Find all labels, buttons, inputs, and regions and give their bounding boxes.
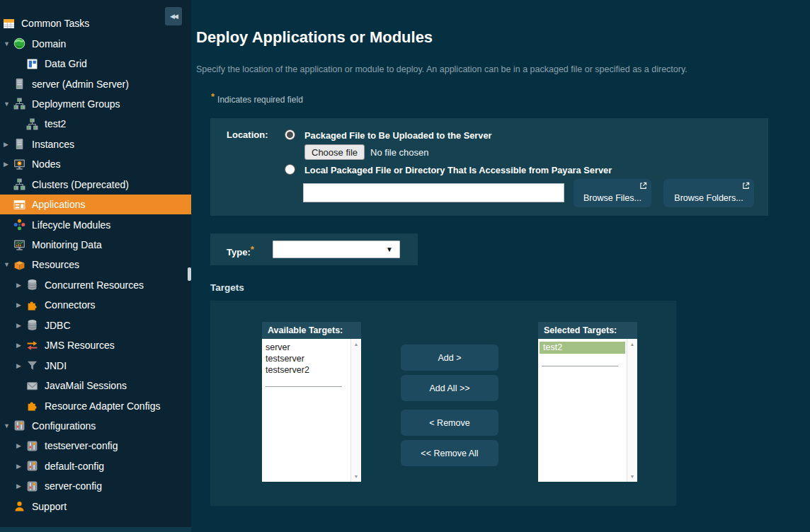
sidebar-item-resource-adapter-configs[interactable]: Resource Adapter Configs [0, 395, 191, 415]
sidebar-item-lifecycle-modules[interactable]: Lifecycle Modules [0, 214, 191, 234]
list-scrollbar[interactable]: ▲ ▼ [627, 339, 637, 482]
radio-label-local: Local Packaged File or Directory That Is… [304, 165, 612, 175]
sidebar-item-nodes[interactable]: ▶ Nodes [0, 154, 191, 174]
sidebar-item-jms-resources[interactable]: ▶ JMS Resources [0, 335, 191, 355]
cluster-icon [13, 178, 25, 190]
add-button[interactable]: Add > [401, 345, 498, 371]
radio-label-upload: Packaged File to Be Uploaded to the Serv… [304, 130, 492, 141]
chevron-collapsed-icon[interactable]: ▶ [16, 442, 26, 449]
sidebar-item-instances[interactable]: ▶ Instances [0, 134, 191, 154]
chevron-collapsed-icon[interactable]: ▶ [16, 282, 26, 289]
sidebar-item-label: test2 [45, 118, 66, 129]
required-asterisk: * [211, 91, 215, 102]
sidebar-item-monitoring-data[interactable]: Monitoring Data [0, 235, 191, 255]
chevron-collapsed-icon[interactable]: ▶ [16, 322, 26, 329]
type-label: Type:* [227, 244, 257, 258]
monitoring-icon [13, 239, 25, 251]
sidebar-item-domain[interactable]: ▼ Domain [0, 33, 191, 53]
sidebar-tree: ◀◀ Common Tasks ▼ Domain Data Grid serve… [0, 0, 191, 532]
chevron-collapsed-icon[interactable]: ▶ [16, 301, 26, 308]
page-title: Deploy Applications or Modules [196, 28, 433, 47]
add-all-button[interactable]: Add All >> [401, 375, 498, 401]
sidebar-item-test2[interactable]: test2 [0, 114, 191, 134]
chevron-expanded-icon[interactable]: ▼ [3, 422, 13, 429]
remove-button[interactable]: < Remove [401, 410, 498, 436]
sidebar-item-label: Configurations [32, 420, 96, 432]
jms-arrows-icon [26, 340, 38, 352]
selected-targets-list[interactable]: test2 ▲ ▼ [538, 339, 637, 482]
chevron-expanded-icon[interactable]: ▼ [3, 40, 13, 47]
scroll-down-icon[interactable]: ▼ [630, 474, 635, 479]
chevron-down-icon: ▼ [386, 245, 393, 253]
sidebar-item-common-tasks[interactable]: Common Tasks [0, 13, 191, 33]
sidebar-item-label: Applications [32, 199, 86, 210]
lifecycle-icon [13, 219, 25, 231]
chevron-collapsed-icon[interactable]: ▶ [16, 362, 26, 369]
chevron-collapsed-icon[interactable]: ▶ [16, 342, 26, 349]
main-content: Deploy Applications or Modules Specify t… [191, 0, 810, 532]
sidebar-item-label: Deployment Groups [32, 98, 120, 110]
browse-folders-button[interactable]: Browse Folders... [663, 179, 754, 207]
sidebar-item-label: Monitoring Data [32, 239, 102, 250]
sidebar-item-jdbc[interactable]: ▶ JDBC [0, 316, 191, 335]
scroll-up-icon[interactable]: ▲ [354, 342, 359, 347]
sidebar-collapse-button[interactable]: ◀◀ [165, 7, 182, 25]
list-item-selected[interactable]: test2 [540, 342, 625, 354]
list-item[interactable]: testserver2 [262, 364, 350, 376]
envelope-icon [26, 380, 38, 392]
scroll-up-icon[interactable]: ▲ [630, 342, 635, 347]
sidebar-item-label: Connectors [45, 299, 96, 311]
chevron-collapsed-icon[interactable]: ▶ [16, 463, 26, 470]
radio-local-packaged-file[interactable] [285, 164, 295, 175]
chevron-expanded-icon[interactable]: ▼ [3, 261, 13, 268]
sidebar-item-server-admin[interactable]: server (Admin Server) [0, 74, 191, 93]
sidebar-item-clusters-deprecated[interactable]: Clusters (Deprecated) [0, 175, 191, 195]
cluster-icon [26, 118, 38, 130]
chevron-collapsed-icon[interactable]: ▶ [16, 482, 26, 490]
radio-packaged-file-upload[interactable] [285, 129, 295, 140]
sidebar-item-default-config[interactable]: ▶ default-config [0, 456, 191, 476]
browse-files-button[interactable]: Browse Files... [574, 179, 651, 207]
config-sliders-icon [26, 480, 38, 492]
sidebar-item-javamail-sessions[interactable]: JavaMail Sessions [0, 376, 191, 395]
local-path-input[interactable] [303, 183, 564, 202]
sidebar-item-label: Support [32, 501, 67, 512]
available-targets-list[interactable]: server testserver testserver2 ▲ ▼ [262, 339, 361, 482]
sidebar-item-concurrent-resources[interactable]: ▶ Concurrent Resources [0, 275, 191, 295]
sidebar-item-deployment-groups[interactable]: ▼ Deployment Groups [0, 94, 191, 114]
config-sliders-icon [26, 460, 38, 472]
sidebar-item-configurations[interactable]: ▼ Configurations [0, 416, 191, 436]
selected-targets-label: Selected Targets: [538, 322, 637, 339]
list-item[interactable]: testserver [262, 353, 350, 364]
sidebar-item-applications[interactable]: Applications [0, 195, 191, 214]
type-panel: Type:* ▼ [210, 233, 418, 265]
sidebar-item-label: Clusters (Deprecated) [32, 179, 129, 190]
chevron-expanded-icon[interactable]: ▼ [3, 100, 13, 108]
file-chosen-status: No file chosen [370, 147, 428, 158]
sidebar-item-label: server-config [45, 480, 102, 492]
sidebar-item-resources[interactable]: ▼ Resources [0, 255, 191, 274]
choose-file-button[interactable]: Choose file [304, 144, 365, 160]
chevron-collapsed-icon[interactable]: ▶ [3, 161, 13, 168]
sidebar-item-label: JNDI [45, 360, 67, 371]
sidebar-item-label: Lifecycle Modules [32, 219, 110, 231]
sidebar-item-label: server (Admin Server) [32, 79, 129, 90]
list-separator [266, 386, 342, 387]
scroll-down-icon[interactable]: ▼ [354, 474, 359, 479]
server-icon [13, 78, 25, 90]
sidebar-item-jndi[interactable]: ▶ JNDI [0, 355, 191, 375]
sidebar-item-data-grid[interactable]: Data Grid [0, 54, 191, 74]
sidebar-item-label: testserver-config [45, 440, 118, 451]
sidebar-item-label: default-config [45, 461, 104, 472]
chevron-collapsed-icon[interactable]: ▶ [3, 141, 13, 148]
sidebar-item-support[interactable]: Support [0, 497, 191, 516]
sidebar-item-label: Domain [32, 38, 66, 50]
sidebar-item-connectors[interactable]: ▶ Connectors [0, 295, 191, 315]
sidebar-item-server-config[interactable]: ▶ server-config [0, 476, 191, 496]
type-select-dropdown[interactable]: ▼ [273, 241, 400, 258]
sidebar-item-label: Instances [32, 139, 74, 150]
list-item[interactable]: server [262, 342, 350, 353]
list-scrollbar[interactable]: ▲ ▼ [350, 339, 361, 482]
remove-all-button[interactable]: << Remove All [401, 440, 498, 466]
sidebar-item-testserver-config[interactable]: ▶ testserver-config [0, 436, 191, 456]
